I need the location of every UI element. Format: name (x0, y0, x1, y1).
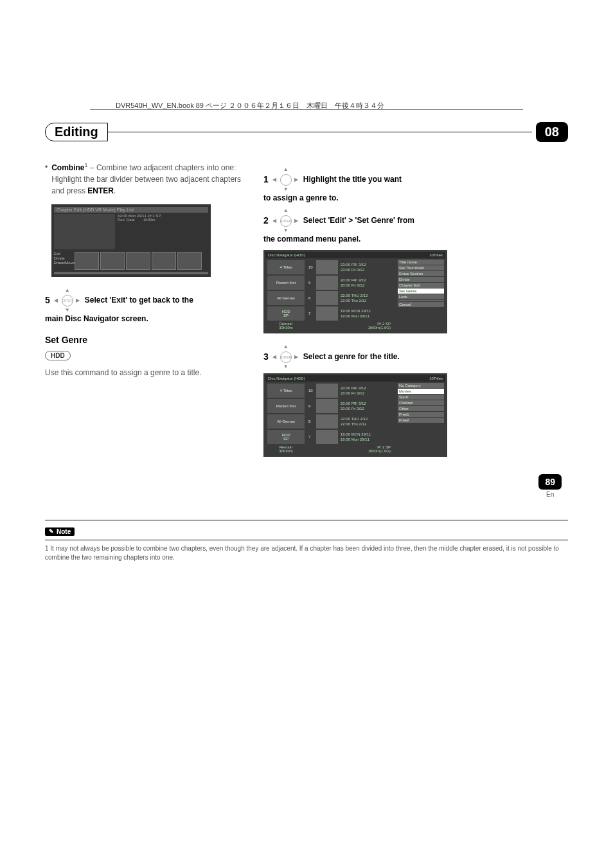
nav1-r0-l1: 23:00 FRI 3/12 (341, 262, 366, 267)
disc-navigator-screenshot-2: Disc Navigator (HDD) 10Titles 4 Titles R… (263, 373, 447, 457)
step-2-cont: the command menu panel. (263, 235, 463, 244)
dpad-icon: ▲▼ ◀▶ ENTER (55, 288, 78, 312)
step-5-text: Select 'Exit' to get back to the (85, 296, 193, 305)
nav2-menu: No Category Movies Sport Children Other … (398, 383, 444, 454)
dpad-icon: ▲▼ ◀▶ ENTER (274, 345, 297, 368)
combine-period: . (114, 186, 116, 195)
nav1-menu-6: Lock (398, 294, 444, 299)
nav1-r1-l1: 20:00 FRI 3/12 (341, 278, 366, 283)
nav1-menu-2: Erase Section (398, 271, 444, 276)
ss-btn-erase: Erase/Move (54, 261, 75, 265)
step-3-text: Select a genre for the title. (303, 352, 400, 361)
nav1-menu-8: Cancel (398, 302, 444, 307)
enter-label: ENTER (87, 186, 114, 195)
nav2-left-3: HDD SP (267, 430, 305, 444)
dpad-icon: ▲▼ ◀▶ (274, 168, 297, 191)
nav2-menu-0: No Category (398, 383, 444, 388)
nav1-r3-l1: 19:00 MON 29/11 (341, 308, 371, 314)
nav1-left-2: All Genres (267, 291, 305, 305)
nav2-r1-num: 9 (308, 404, 316, 408)
note-section: Note 1 It may not always be possible to … (45, 520, 568, 562)
hdd-badge: HDD (45, 351, 71, 360)
footnote: 1 It may not always be possible to combi… (45, 544, 568, 562)
nav1-r2-l1: 22:00 THU 2/12 (341, 293, 368, 298)
chapter-edit-screenshot: Chapter Edit (HDD:VR Mode) Play List 19:… (51, 204, 211, 277)
section-number-badge: 08 (536, 122, 568, 142)
nav1-menu-0: Title name (398, 260, 444, 265)
ss-title: Chapter Edit (HDD:VR Mode) Play List (57, 208, 134, 212)
nav2-r0-l2: 23:00 Fri 3/12 (341, 391, 366, 396)
ss-btn-divide: Divide (54, 256, 75, 260)
nav1-menu-1: Set Thumbnail (398, 265, 444, 270)
step-3: 3 ▲▼ ◀▶ ENTER Select a genre for the tit… (263, 345, 463, 368)
nav2-menu-6: Free2 (398, 418, 444, 423)
step-3-number: 3 (263, 351, 269, 362)
nav2-r3-l2: 19:00 Mon 29/11 (341, 437, 371, 442)
nav1-left-0: 4 Titles (267, 260, 305, 274)
ss-btn-exit: Exit (54, 252, 75, 256)
nav1-r2-l2: 22:00 Thu 2/12 (341, 298, 368, 303)
nav1-r2-num: 8 (308, 296, 316, 300)
nav2-left-panel: 4 Titles Recent first All Genres HDD SP … (265, 382, 306, 455)
ss-thumb-strip (75, 252, 202, 270)
nav2-menu-3: Children (398, 400, 444, 405)
ss-info-rec: Rec. Date (118, 218, 135, 222)
nav1-rows: 1023:00 FRI 3/1223:00 Fri 3/12 920:00 FR… (306, 258, 396, 332)
nav2-r3-num: 7 (308, 435, 316, 439)
nav1-menu-7 (398, 300, 444, 301)
nav1-left-3: HDD SP (267, 306, 305, 321)
enter-icon: ENTER (280, 215, 292, 227)
nav2-r0-num: 10 (308, 389, 316, 393)
nav1-left-1: Recent first (267, 276, 305, 290)
nav1-extra2: 1h00m(1.0G) (368, 326, 391, 330)
nav1-count: 10Titles (429, 253, 443, 257)
right-column: 1 ▲▼ ◀▶ Highlight the title you want to … (263, 161, 463, 468)
header-divider (108, 132, 532, 132)
set-genre-heading: Set Genre (45, 335, 244, 345)
nav2-r0-l1: 23:00 FRI 3/12 (341, 385, 366, 391)
ss-info-dur: 1h00m (143, 218, 155, 222)
nav1-left-panel: 4 Titles Recent first All Genres HDD SP … (265, 258, 306, 332)
nav1-r0-num: 10 (308, 265, 316, 269)
nav1-r1-num: 9 (308, 281, 316, 285)
step-1: 1 ▲▼ ◀▶ Highlight the title you want (263, 168, 463, 191)
nav2-left-4: Remain 30h30m (267, 445, 305, 453)
bullet-dot: • (45, 161, 48, 197)
note-divider (45, 540, 568, 540)
nav2-rows: 1023:00 FRI 3/1223:00 Fri 3/12 920:00 FR… (306, 382, 396, 455)
step-2-number: 2 (263, 215, 269, 226)
ss-button-col: Exit Divide Erase/Move (54, 252, 75, 270)
nav1-menu-3: Divide (398, 277, 444, 282)
section-label: Editing (45, 123, 108, 141)
page-number-block: 89 En (538, 474, 562, 498)
nav2-r1-l2: 20:00 Fri 3/12 (341, 406, 366, 411)
page-number: 89 (538, 474, 562, 490)
page-lang: En (538, 491, 562, 498)
nav2-extra2: 1h00m(1.0G) (368, 449, 391, 453)
step-1-cont: to assign a genre to. (263, 193, 463, 202)
step-1-number: 1 (263, 174, 269, 184)
nav1-menu-4: Chapter Edit (398, 283, 444, 288)
nav2-r1-l1: 20:00 FRI 3/12 (341, 401, 366, 406)
nav2-r2-l2: 22:00 Thu 2/12 (341, 421, 368, 427)
step-5-number: 5 (45, 295, 50, 305)
combine-bullet: • Combine1 – Combine two adjacent chapte… (45, 161, 244, 197)
step-5: 5 ▲▼ ◀▶ ENTER Select 'Exit' to get back … (45, 288, 244, 312)
dpad-icon: ▲▼ ◀▶ ENTER (274, 209, 297, 232)
nav2-left-2: All Genres (267, 414, 305, 429)
ss-preview-thumb (54, 214, 115, 249)
section-header: Editing 08 (45, 122, 568, 142)
nav1-left-4: Remain 30h30m (267, 322, 305, 330)
nav1-r0-l2: 23:00 Fri 3/12 (341, 267, 366, 272)
nav2-r2-num: 8 (308, 420, 316, 423)
disc-navigator-screenshot-1: Disc Navigator (HDD) 10Titles 4 Titles R… (263, 250, 447, 333)
ss-timeline-bar (54, 272, 208, 274)
nav1-title: Disc Navigator (HDD) (268, 253, 305, 257)
step-2: 2 ▲▼ ◀▶ ENTER Select 'Edit' > 'Set Genre… (263, 209, 463, 232)
combine-title: Combine (51, 163, 84, 172)
nav2-left-0: 4 Titles (267, 384, 305, 398)
nav1-r3-num: 7 (308, 312, 316, 315)
step-1-text: Highlight the title you want (303, 175, 402, 184)
header-rule (90, 109, 523, 110)
nav2-menu-5: Free1 (398, 412, 444, 417)
